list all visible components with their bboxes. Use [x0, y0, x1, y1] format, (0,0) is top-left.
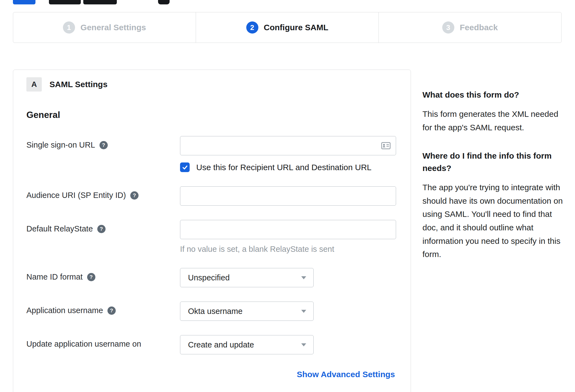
sso-url-label: Single sign-on URL [26, 140, 95, 150]
step-2-number-badge: 2 [246, 21, 258, 34]
recipient-url-checkbox-row: Use this for Recipient URL and Destinati… [180, 162, 396, 172]
sso-url-control: Use this for Recipient URL and Destinati… [180, 136, 396, 172]
step-general-settings[interactable]: 1 General Settings [13, 12, 196, 43]
panel-title: SAML Settings [49, 80, 107, 89]
name-id-format-row: Name ID format ? Unspecified [26, 268, 395, 287]
sso-url-input-wrap [180, 136, 396, 155]
update-app-username-label: Update application username on [26, 339, 141, 349]
help-sidebar: What does this form do? This form genera… [422, 89, 564, 277]
help-icon[interactable]: ? [107, 307, 116, 315]
contact-card-icon [381, 142, 391, 149]
update-app-username-row: Update application username on Create an… [26, 335, 395, 354]
recipient-url-checkbox-label: Use this for Recipient URL and Destinati… [196, 163, 372, 172]
audience-uri-row: Audience URI (SP Entity ID) ? [26, 186, 395, 206]
relay-state-row: Default RelayState ? If no value is set,… [26, 220, 395, 254]
section-a-badge: A [26, 77, 42, 92]
relay-state-helper-text: If no value is set, a blank RelayState i… [180, 245, 396, 254]
question-glyph: ? [133, 192, 136, 198]
recipient-url-checkbox[interactable] [180, 162, 190, 172]
audience-uri-label-cell: Audience URI (SP Entity ID) ? [26, 186, 180, 200]
saml-form: Single sign-on URL ? [26, 136, 395, 354]
help-heading-what: What does this form do? [422, 89, 564, 101]
name-id-format-label-cell: Name ID format ? [26, 268, 180, 281]
app-username-control: Okta username [180, 302, 395, 321]
saml-settings-panel: A SAML Settings General Single sign-on U… [13, 70, 411, 392]
question-glyph: ? [102, 142, 105, 148]
help-icon[interactable]: ? [99, 141, 108, 149]
help-icon[interactable]: ? [87, 273, 95, 281]
step-3-number-badge: 3 [442, 21, 454, 34]
wizard-stepper: 1 General Settings 2 Configure SAML 3 Fe… [13, 12, 562, 43]
sso-url-input[interactable] [180, 136, 396, 155]
relay-state-control: If no value is set, a blank RelayState i… [180, 220, 396, 254]
update-app-username-value: Create and update [188, 340, 254, 349]
question-glyph: ? [110, 308, 113, 314]
name-id-format-label: Name ID format [26, 272, 83, 281]
name-id-format-control: Unspecified [180, 268, 395, 287]
relay-state-input-wrap [180, 220, 396, 239]
update-app-username-label-cell: Update application username on [26, 335, 180, 349]
chevron-down-icon [301, 310, 306, 313]
chevron-down-icon [301, 343, 306, 346]
step-1-label: General Settings [81, 23, 146, 32]
general-section-title: General [26, 110, 395, 120]
checkmark-icon [182, 164, 188, 170]
help-heading-where: Where do I find the info this form needs… [422, 150, 564, 174]
audience-uri-control [180, 186, 396, 206]
app-username-row: Application username ? Okta username [26, 302, 395, 321]
name-id-format-value: Unspecified [188, 273, 230, 282]
name-id-format-select[interactable]: Unspecified [180, 268, 314, 287]
help-body-what: This form generates the XML needed for t… [422, 107, 564, 134]
step-3-label: Feedback [460, 23, 498, 32]
audience-uri-input-wrap [180, 186, 396, 206]
relay-state-label-cell: Default RelayState ? [26, 220, 180, 233]
relay-state-input[interactable] [180, 220, 396, 239]
advanced-settings-row: Show Advanced Settings [26, 370, 395, 379]
chevron-down-icon [301, 276, 306, 279]
cropped-logo-fragment [158, 0, 170, 4]
audience-uri-input[interactable] [180, 186, 396, 206]
sso-url-label-cell: Single sign-on URL ? [26, 136, 180, 150]
help-body-where: The app you're trying to integrate with … [422, 181, 564, 261]
app-username-value: Okta username [188, 307, 242, 316]
cropped-title-fragment [83, 0, 117, 4]
help-icon[interactable]: ? [130, 191, 139, 200]
step-configure-saml[interactable]: 2 Configure SAML [196, 12, 378, 43]
help-icon[interactable]: ? [97, 225, 106, 233]
cropped-title-fragment [49, 0, 81, 4]
sso-url-row: Single sign-on URL ? [26, 136, 395, 172]
question-glyph: ? [100, 226, 103, 232]
cropped-blue-fragment [13, 0, 35, 4]
question-glyph: ? [90, 274, 93, 280]
step-2-label: Configure SAML [264, 23, 328, 32]
panel-header: A SAML Settings [26, 77, 395, 92]
audience-uri-label: Audience URI (SP Entity ID) [26, 191, 126, 200]
step-feedback[interactable]: 3 Feedback [378, 12, 561, 43]
cropped-header [0, 0, 575, 5]
app-username-label-cell: Application username ? [26, 302, 180, 315]
relay-state-label: Default RelayState [26, 224, 93, 233]
update-app-username-select[interactable]: Create and update [180, 335, 314, 354]
app-username-label: Application username [26, 306, 103, 315]
app-username-select[interactable]: Okta username [180, 302, 314, 321]
step-1-number-badge: 1 [63, 21, 75, 34]
show-advanced-settings-link[interactable]: Show Advanced Settings [297, 370, 395, 379]
update-app-username-control: Create and update [180, 335, 395, 354]
